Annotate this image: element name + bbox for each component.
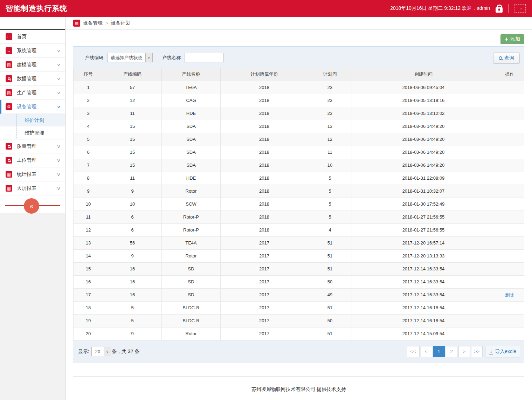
table-cell: 2018 (221, 133, 308, 146)
sidebar-subitem-维护计划[interactable]: 维护计划 (0, 114, 65, 126)
sidebar-filler (0, 213, 65, 400)
lock-icon[interactable] (496, 7, 503, 13)
breadcrumb-page[interactable]: 设备计划 (111, 20, 131, 26)
table-row: 615SDA2018112018-03-06 14:49:20 (74, 146, 524, 159)
sidebar-item-生产管理[interactable]: ▤生产管理∨ (0, 86, 65, 100)
table-cell: 56 (103, 236, 162, 249)
table-cell: 2018-03-06 14:49:20 (352, 146, 495, 159)
page-button->>[interactable]: >> (471, 346, 483, 357)
sidebar-collapse-button[interactable]: « (24, 198, 39, 214)
table-cell: 51 (308, 249, 352, 262)
table-cell: 2018-06-05 13:12:02 (352, 107, 495, 120)
table-cell: 2018-03-06 14:49:20 (352, 120, 495, 133)
table-row: 1010SCW201852018-01-30 17:52:49 (74, 198, 524, 211)
sidebar-item-统计报表[interactable]: ▦统计报表∨ (0, 167, 65, 181)
table-cell: 11 (103, 172, 162, 185)
sidebar-item-建模管理[interactable]: ▤建模管理∨ (0, 58, 65, 72)
table-row: 1616SD2017502017-12-14 16:33:54 (74, 275, 524, 288)
table-cell: 2018 (221, 223, 308, 236)
table-row: 1356TE4A2017512017-12-20 16:57:14 (74, 236, 524, 249)
breadcrumb: ▤ 设备管理 > 设备计划 (65, 17, 532, 30)
sidebar-submenu: 维护计划维护管理 (0, 114, 65, 139)
table-cell: 3 (74, 107, 103, 120)
table-cell: 9 (103, 249, 162, 262)
sidebar-item-首页[interactable]: □首页 (0, 30, 65, 44)
table-cell: 2018-01-30 17:52:49 (352, 198, 495, 211)
table-cell: BLDC-R (162, 301, 221, 314)
sidebar-item-质量管理[interactable]: 质量管理∨ (0, 139, 65, 153)
page-button-current[interactable]: 1 (433, 346, 445, 357)
plan-table: 序号产线编码产线名称计划所属年份计划周创建时间操作 157TE6A2018232… (73, 68, 524, 340)
action-cell (495, 249, 524, 262)
table-cell: 10 (308, 159, 352, 172)
table-cell: 9 (74, 185, 103, 198)
display-label: 显示: (78, 349, 89, 355)
table-cell: SD (162, 262, 221, 275)
page-button-<[interactable]: < (421, 346, 432, 357)
table-cell: 15 (74, 262, 103, 275)
table-cell: 11 (103, 107, 162, 120)
table-row: 185BLDC-R2017512017-12-14 16:18:54 (74, 301, 524, 314)
sidebar-item-工位管理[interactable]: 工位管理∨ (0, 153, 65, 167)
table-cell: 1 (74, 81, 103, 94)
header-divider (508, 4, 509, 13)
import-excel-button[interactable]: ↓ 导入excle (485, 346, 520, 358)
table-cell: 2018 (221, 81, 308, 94)
table-cell: 2017 (221, 262, 308, 275)
page-button->[interactable]: > (458, 346, 470, 357)
table-row: 157TE6A2018232018-06-06 09:45:04 (74, 81, 524, 94)
sidebar-item-数据管理[interactable]: 数据管理∨ (0, 72, 65, 86)
sidebar-item-label: 大屏报表 (17, 185, 57, 192)
table-cell: 2017 (221, 275, 308, 288)
table-cell: SDA (162, 159, 221, 172)
table-cell: 49 (308, 288, 352, 301)
page-button-2[interactable]: 2 (446, 346, 457, 357)
line-code-select[interactable]: 请选择产线状态 ∨ (108, 53, 153, 62)
sidebar-item-label: 设备管理 (17, 104, 57, 110)
table-cell: SDA (162, 120, 221, 133)
table-cell: 2017 (221, 327, 308, 340)
sidebar-item-系统管理[interactable]: →系统管理∨ (0, 44, 65, 58)
data-search-icon (6, 75, 12, 82)
table-row: 99Rotor201852018-01-31 10:32:07 (74, 185, 524, 198)
table-cell: 10 (103, 198, 162, 211)
table-cell: 5 (308, 198, 352, 211)
filter-bar: 产线编码: 请选择产线状态 ∨ 产线名称: 查询 (73, 47, 524, 68)
column-header: 创建时间 (352, 68, 495, 81)
page-button-<<[interactable]: << (407, 346, 419, 357)
sidebar-item-大屏报表[interactable]: ▦大屏报表∨ (0, 181, 65, 195)
table-cell: 7 (74, 159, 103, 172)
breadcrumb-doc-icon: ▤ (73, 20, 80, 27)
page-size-select[interactable]: 20 ∨ (91, 347, 111, 356)
table-cell: 2017-12-14 16:18:54 (352, 314, 495, 327)
table-cell: 9 (103, 327, 162, 340)
chevron-down-icon: ∨ (57, 186, 61, 191)
add-button[interactable]: + 添加 (500, 34, 524, 44)
table-cell: 16 (103, 288, 162, 301)
sidebar-item-label: 工位管理 (17, 157, 57, 164)
table-cell: Rotor-P (162, 211, 221, 223)
sidebar-subitem-维护管理[interactable]: 维护管理 (0, 126, 65, 139)
table-row: 515SDA2018122018-03-06 14:49:20 (74, 133, 524, 146)
table-cell: 2017 (221, 236, 308, 249)
sidebar-item-label: 质量管理 (17, 143, 57, 150)
table-cell: 2017-12-20 16:57:14 (352, 236, 495, 249)
quality-search-icon (6, 143, 12, 150)
table-cell: 2017-12-14 16:33:54 (352, 288, 495, 301)
table-row: 1516SD2017512017-12-14 16:33:54 (74, 262, 524, 275)
query-button[interactable]: 查询 (493, 53, 520, 64)
delete-link[interactable]: 删除 (505, 292, 514, 297)
table-cell: 6 (103, 223, 162, 236)
table-cell: 15 (103, 146, 162, 159)
table-cell: 5 (103, 301, 162, 314)
action-cell (495, 275, 524, 288)
sidebar-item-设备管理[interactable]: ⚙设备管理∨ (0, 100, 65, 114)
breadcrumb-section[interactable]: 设备管理 (83, 20, 103, 26)
action-cell (495, 133, 524, 146)
logout-arrow-icon[interactable]: → (514, 4, 526, 13)
line-name-input[interactable] (185, 53, 224, 62)
action-cell (495, 223, 524, 236)
action-cell (495, 81, 524, 94)
table-cell: 8 (74, 172, 103, 185)
total-count-text: 条，共 32 条 (112, 349, 139, 355)
